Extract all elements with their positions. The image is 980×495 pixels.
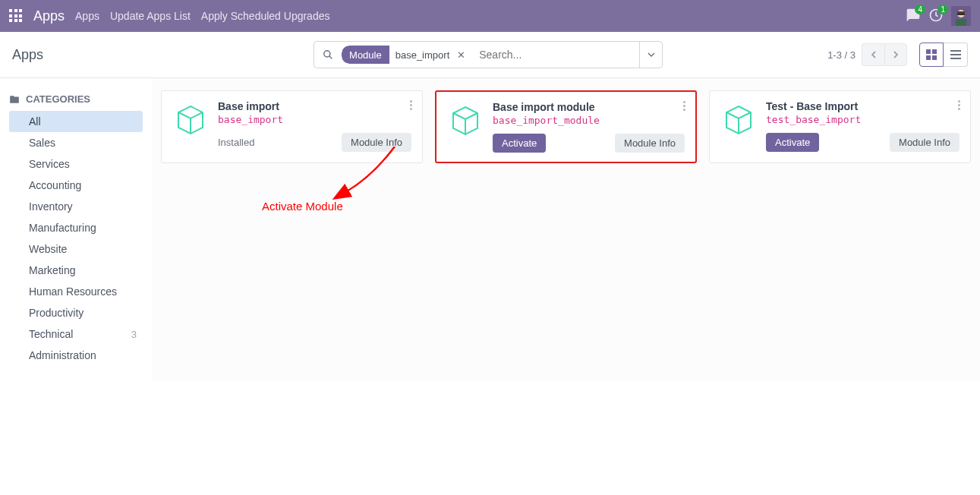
sidebar-header: CATEGORIES xyxy=(9,93,143,105)
app-tech-name: test_base_import xyxy=(766,114,960,125)
app-card-base-import-module[interactable]: Base import module base_import_module Ac… xyxy=(435,90,697,163)
sidebar-item-hr[interactable]: Human Resources xyxy=(9,281,143,302)
sidebar-item-services[interactable]: Services xyxy=(9,153,143,175)
sidebar-header-label: CATEGORIES xyxy=(26,93,90,105)
app-title: Test - Base Import xyxy=(766,100,960,112)
svg-rect-14 xyxy=(950,58,961,59)
activate-button[interactable]: Activate xyxy=(766,133,819,152)
sidebar-item-label: Administration xyxy=(29,349,96,361)
activate-button[interactable]: Activate xyxy=(493,134,546,153)
app-tech-name: base_import xyxy=(218,114,411,125)
svg-rect-11 xyxy=(932,55,937,60)
page-title: Apps xyxy=(12,47,149,63)
control-panel: Apps Module base_import ✕ 1-3 / 3 xyxy=(0,32,980,78)
sidebar-item-website[interactable]: Website xyxy=(9,238,143,260)
app-status: Installed xyxy=(218,137,254,148)
module-icon xyxy=(447,102,484,139)
sidebar-item-accounting[interactable]: Accounting xyxy=(9,175,143,196)
sidebar: CATEGORIES All Sales Services Accounting… xyxy=(0,78,152,381)
activity-badge: 1 xyxy=(937,5,948,14)
sidebar-item-administration[interactable]: Administration xyxy=(9,345,143,366)
facet-label: Module xyxy=(342,46,389,64)
app-title: Base import xyxy=(218,100,411,112)
svg-rect-12 xyxy=(950,50,961,52)
module-info-button[interactable]: Module Info xyxy=(890,133,960,152)
module-info-button[interactable]: Module Info xyxy=(342,133,411,152)
search-icon[interactable] xyxy=(314,49,342,60)
sidebar-item-label: Manufacturing xyxy=(29,222,96,234)
search-input[interactable] xyxy=(473,49,639,61)
module-info-button[interactable]: Module Info xyxy=(615,134,685,153)
sidebar-item-count: 3 xyxy=(131,329,137,340)
svg-rect-8 xyxy=(926,49,931,54)
nav-apps[interactable]: Apps xyxy=(75,10,99,22)
sidebar-item-label: Inventory xyxy=(29,200,73,213)
user-avatar[interactable] xyxy=(951,6,971,26)
sidebar-item-label: Services xyxy=(29,158,70,170)
card-menu-icon[interactable] xyxy=(953,99,964,112)
module-icon xyxy=(172,102,209,138)
app-tech-name: base_import_module xyxy=(493,115,685,126)
nav-update-list[interactable]: Update Apps List xyxy=(110,10,191,22)
main: CATEGORIES All Sales Services Accounting… xyxy=(0,78,980,381)
svg-rect-4 xyxy=(957,14,965,15)
folder-icon xyxy=(9,94,20,105)
sidebar-item-label: Productivity xyxy=(29,307,84,319)
sidebar-item-inventory[interactable]: Inventory xyxy=(9,196,143,217)
messages-badge: 4 xyxy=(915,5,925,14)
pager-prev[interactable] xyxy=(862,43,884,66)
view-list[interactable] xyxy=(944,43,968,67)
sidebar-item-label: Sales xyxy=(29,137,55,149)
svg-line-7 xyxy=(329,56,332,59)
sidebar-item-label: Accounting xyxy=(29,179,81,191)
annotation-text: Activate Module xyxy=(262,200,343,213)
facet-remove-icon[interactable]: ✕ xyxy=(455,49,470,61)
search-facet: Module base_import ✕ xyxy=(342,46,470,64)
pager: 1-3 / 3 xyxy=(827,43,907,66)
sidebar-item-sales[interactable]: Sales xyxy=(9,132,143,153)
pager-next[interactable] xyxy=(884,43,907,66)
sidebar-item-technical[interactable]: Technical3 xyxy=(9,323,143,345)
sidebar-item-label: Technical xyxy=(29,328,73,340)
app-card-test-base-import[interactable]: Test - Base Import test_base_import Acti… xyxy=(709,90,971,163)
sidebar-item-label: Human Resources xyxy=(29,285,117,298)
activity-icon[interactable]: 1 xyxy=(928,8,944,25)
sidebar-item-manufacturing[interactable]: Manufacturing xyxy=(9,217,143,238)
app-card-base-import[interactable]: Base import base_import Installed Module… xyxy=(161,90,423,163)
facet-value: base_import xyxy=(389,49,456,61)
card-menu-icon[interactable] xyxy=(679,99,689,112)
content: Base import base_import Installed Module… xyxy=(152,78,980,381)
app-title: Base import module xyxy=(493,101,685,113)
svg-rect-9 xyxy=(932,49,937,54)
sidebar-item-label: Marketing xyxy=(29,264,75,276)
module-icon xyxy=(720,102,757,138)
sidebar-item-all[interactable]: All xyxy=(9,111,143,132)
sidebar-item-label: All xyxy=(29,115,41,128)
apps-launcher-icon[interactable] xyxy=(9,9,23,23)
svg-rect-10 xyxy=(926,55,931,60)
svg-rect-5 xyxy=(956,19,966,26)
sidebar-item-label: Website xyxy=(29,243,67,255)
view-kanban[interactable] xyxy=(919,43,944,67)
pager-text: 1-3 / 3 xyxy=(827,49,856,61)
nav-apply-upgrades[interactable]: Apply Scheduled Upgrades xyxy=(201,10,330,22)
top-navbar: Apps Apps Update Apps List Apply Schedul… xyxy=(0,0,980,32)
brand-title[interactable]: Apps xyxy=(33,8,65,24)
svg-rect-13 xyxy=(950,54,961,55)
search-box[interactable]: Module base_import ✕ xyxy=(314,41,663,68)
search-options-dropdown[interactable] xyxy=(639,42,662,68)
sidebar-item-productivity[interactable]: Productivity xyxy=(9,302,143,323)
sidebar-item-marketing[interactable]: Marketing xyxy=(9,260,143,281)
svg-point-6 xyxy=(324,51,330,57)
messages-icon[interactable]: 4 xyxy=(906,8,921,25)
card-menu-icon[interactable] xyxy=(405,99,416,112)
